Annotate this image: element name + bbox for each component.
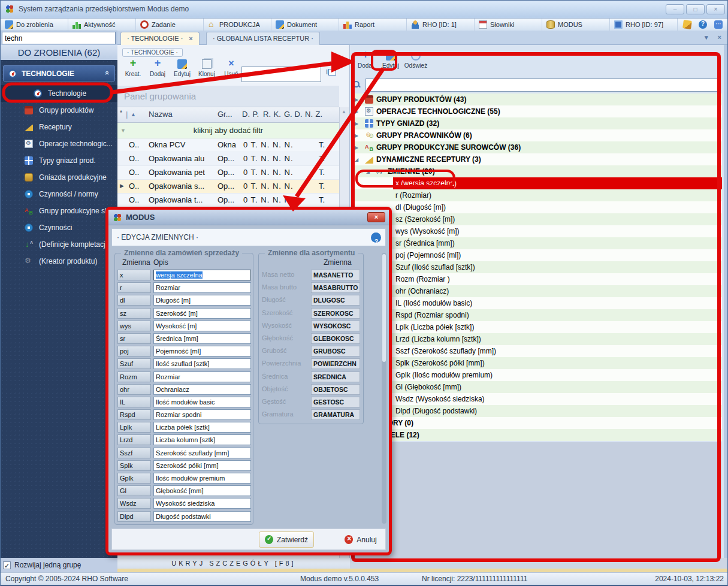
sidebar-group-technologie[interactable]: TECHNOLOGIE «: [3, 65, 115, 81]
close-button[interactable]: ×: [706, 4, 725, 14]
tree-node[interactable]: Gl (Głębokość [mm]): [351, 381, 722, 393]
variable-name-cell[interactable]: Sszf: [117, 448, 151, 458]
anuluj-button[interactable]: Anuluj: [337, 531, 385, 548]
table-header[interactable]: * | ▲ Nazwa Gr... D.P.R.K.G.D.N.Z.: [117, 107, 339, 123]
assortment-variable-field[interactable]: GRAMATURA: [311, 409, 360, 420]
variable-name-cell[interactable]: r: [117, 282, 151, 293]
tree-node[interactable]: Rspd (Rozmiar spodni): [351, 309, 722, 321]
table-row[interactable]: O.. Opakowania t... Op... 0 T. N. N. N. …: [117, 194, 339, 207]
variable-name-cell[interactable]: Rozm: [117, 371, 151, 382]
help-icon[interactable]: [371, 232, 381, 243]
flag-column-headers[interactable]: D.P.R.K.G.D.N.Z.: [242, 110, 326, 119]
list-search-input[interactable]: [241, 67, 321, 82]
tree-node[interactable]: sr (Średnica [mm]): [351, 237, 722, 249]
table-row[interactable]: O.. Opakowania pet Op... 0 T. N. N. N. T…: [117, 166, 339, 180]
toolbar-button[interactable]: Edytuj: [170, 59, 194, 77]
assortment-variable-field[interactable]: POWIERZCHN: [311, 358, 360, 369]
dialog-title-bar[interactable]: MODUS ×: [108, 210, 389, 225]
variable-description-input[interactable]: Liczba półek [sztk]: [153, 422, 251, 433]
menubar-item[interactable]: MODUS: [542, 19, 610, 31]
expander-icon[interactable]: ◢: [355, 157, 362, 162]
variable-description-input[interactable]: Rozmiar spodni: [153, 409, 251, 420]
assortment-variable-field[interactable]: MASANETTO: [311, 270, 360, 280]
group-panel[interactable]: Panel grupowania: [117, 86, 339, 107]
variable-name-cell[interactable]: Splk: [117, 460, 151, 471]
quick-search-input[interactable]: [2, 32, 116, 44]
toolbar-button[interactable]: Klonuj: [195, 59, 219, 77]
menubar-item[interactable]: Raport: [339, 19, 407, 31]
tree-node[interactable]: ohr (Ochraniacz): [351, 285, 722, 297]
sidebar-item[interactable]: Technologie: [1, 85, 117, 102]
variable-name-cell[interactable]: wys: [117, 321, 151, 331]
variable-name-cell[interactable]: Wsdz: [117, 498, 151, 509]
variable-name-cell[interactable]: sr: [117, 333, 151, 344]
variable-name-cell[interactable]: Szuf: [117, 358, 151, 369]
tree-node[interactable]: Rozm (Rozmiar ): [351, 273, 722, 285]
column-header-grupa[interactable]: Gr...: [218, 110, 232, 119]
variable-name-cell[interactable]: x: [117, 270, 151, 280]
variable-description-input[interactable]: Rozmiar: [153, 371, 251, 382]
menubar-item[interactable]: RHO [ID: 97]: [610, 19, 678, 31]
tab-technologie[interactable]: · TECHNOLOGIE ·×: [120, 32, 200, 45]
tree-node[interactable]: ▶ GRUPY PRODUKTÓW (43): [351, 93, 722, 105]
assortment-variable-field[interactable]: DLUGOSC: [311, 295, 360, 306]
sidebar-item[interactable]: Czynności: [1, 219, 117, 236]
columns-icon[interactable]: [328, 69, 336, 75]
variable-description-input[interactable]: Długość [m]: [153, 295, 251, 306]
toolbar-button[interactable]: Dodaj: [146, 59, 170, 77]
tree-node[interactable]: sz (Szerokość [m]): [351, 213, 722, 225]
table-row[interactable]: O.. Okna PCV Okna 0 T. N. N. N. T.: [117, 138, 339, 152]
variable-name-cell[interactable]: ohr: [117, 384, 151, 395]
variable-description-input[interactable]: Długość podstawki: [153, 511, 251, 522]
tree-node[interactable]: Wsdz (Wysokość siedziska): [351, 393, 722, 405]
tree-node[interactable]: Lplk (Liczba półek [sztk]): [351, 321, 722, 333]
variable-description-input[interactable]: Szerokość szuflady [mm]: [153, 448, 251, 458]
variable-description-input[interactable]: Głębokość [mm]: [153, 485, 251, 496]
sidebar-item[interactable]: Grupy produkcyjne sk...: [1, 203, 117, 219]
tab-close-icon[interactable]: ×: [189, 35, 192, 42]
variable-description-input[interactable]: Szerokość [m]: [153, 308, 251, 319]
expand-one-group-checkbox[interactable]: ✓: [3, 561, 11, 569]
sidebar-item[interactable]: Operacje technologic...: [1, 135, 117, 152]
expander-icon[interactable]: ◢: [366, 169, 373, 174]
tree-node[interactable]: IL (Ilość modułów basic): [351, 297, 722, 309]
sidebar-item[interactable]: Typy gniazd prod.: [1, 152, 117, 169]
tree-node[interactable]: Sszf (Szerokość szuflady [mm]): [351, 345, 722, 357]
help-icon[interactable]: [699, 20, 707, 29]
sidebar-item[interactable]: (Definicje kompletacji): [1, 236, 117, 253]
assortment-variable-field[interactable]: SREDNICA: [311, 371, 360, 382]
tree-node[interactable]: Lrzd (Liczba kolumn [sztk]): [351, 333, 722, 345]
todo-header[interactable]: DO ZROBIENIA (62): [1, 45, 117, 60]
tree-node[interactable]: Szuf (Ilość szuflad [sztk]): [351, 261, 722, 273]
sidebar-item[interactable]: Gniazda produkcyjne: [1, 169, 117, 186]
tree-node[interactable]: ◢ DYNAMICZNE RECEPTURY (3): [351, 153, 722, 165]
table-row[interactable]: O.. Opakowania s... Op... 0 T. N. N. N. …: [117, 180, 339, 194]
expander-icon[interactable]: ▶: [355, 133, 362, 138]
tree-node[interactable]: poj (Pojemność [ml]): [351, 249, 722, 261]
expander-icon[interactable]: ▶: [355, 109, 362, 114]
toolbar-button[interactable]: Usuń: [219, 59, 243, 77]
menubar-item[interactable]: Dokument: [271, 19, 339, 31]
tree-node[interactable]: wys (Wysokość [m]): [351, 225, 722, 237]
variable-name-cell[interactable]: poj: [117, 346, 151, 357]
expander-icon[interactable]: ▶: [355, 121, 362, 126]
menubar-item[interactable]: RHO [ID: 1]: [407, 19, 475, 31]
sidebar-item[interactable]: Grupy produktów: [1, 102, 117, 119]
variable-description-input[interactable]: Ilośc modułów premium: [153, 473, 251, 484]
collapse-chevron-icon[interactable]: «: [103, 71, 112, 75]
tree-node[interactable]: ▶ TYPY GNIAZD (32): [351, 117, 722, 129]
variable-description-input[interactable]: Szerokość półki [mm]: [153, 460, 251, 471]
minimize-button[interactable]: –: [666, 4, 684, 14]
tab-overflow-icon[interactable]: ▾: [705, 34, 708, 41]
tree-toolbar-button[interactable]: Odśwież: [404, 51, 428, 69]
variable-description-input[interactable]: Ilość modułów basic: [153, 397, 251, 407]
tree-node[interactable]: ▶ GRUPY PRACOWNIKÓW (6): [351, 129, 722, 141]
variable-name-cell[interactable]: Lplk: [117, 422, 151, 433]
sidebar-item[interactable]: Receptury: [1, 119, 117, 135]
expander-icon[interactable]: ▶: [355, 145, 362, 150]
assortment-variable-field[interactable]: OBJETOSC: [311, 384, 360, 395]
tree-node[interactable]: x (wersja szczelna): [351, 177, 722, 189]
expander-icon[interactable]: ▶: [355, 97, 362, 102]
tree-node[interactable]: WZORY (0): [351, 417, 722, 429]
menubar-item[interactable]: Słowniki: [475, 19, 542, 31]
